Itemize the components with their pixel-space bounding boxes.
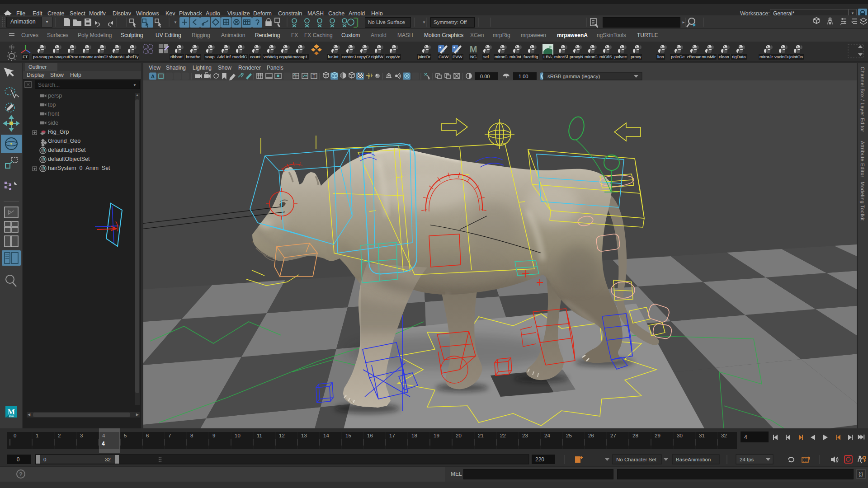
svg-text:AYA: AYA bbox=[9, 415, 14, 418]
svg-text:1.00: 1.00 bbox=[519, 74, 528, 79]
svg-text:4: 4 bbox=[102, 433, 105, 438]
svg-text:11: 11 bbox=[257, 433, 262, 438]
svg-text:3: 3 bbox=[80, 433, 83, 438]
svg-text:6: 6 bbox=[146, 433, 149, 438]
svg-text:sRGB gamma (legacy): sRGB gamma (legacy) bbox=[547, 74, 600, 79]
svg-text:T: T bbox=[312, 74, 315, 79]
svg-text:24: 24 bbox=[544, 433, 550, 438]
svg-text:0.00: 0.00 bbox=[480, 74, 490, 79]
svg-text:32: 32 bbox=[721, 433, 727, 438]
svg-text:21: 21 bbox=[478, 433, 484, 438]
svg-text:{;}: {;} bbox=[859, 472, 863, 477]
svg-text:M: M bbox=[470, 44, 477, 54]
svg-text:25: 25 bbox=[566, 433, 572, 438]
svg-text:30: 30 bbox=[677, 433, 683, 438]
svg-text:15: 15 bbox=[345, 433, 351, 438]
svg-text:18: 18 bbox=[411, 433, 417, 438]
svg-text:22: 22 bbox=[500, 433, 506, 438]
svg-text:BaseAnimation: BaseAnimation bbox=[676, 457, 711, 462]
svg-text:23: 23 bbox=[522, 433, 528, 438]
svg-text:20: 20 bbox=[456, 433, 462, 438]
svg-text:?: ? bbox=[19, 471, 23, 478]
svg-text:220: 220 bbox=[535, 456, 544, 463]
svg-text:19: 19 bbox=[434, 433, 439, 438]
svg-text:17: 17 bbox=[389, 433, 395, 438]
svg-text:9: 9 bbox=[212, 433, 215, 438]
svg-text:2: 2 bbox=[58, 433, 61, 438]
svg-text:0: 0 bbox=[17, 456, 20, 463]
svg-text:4: 4 bbox=[102, 441, 105, 447]
svg-text:31: 31 bbox=[699, 433, 705, 438]
svg-text:0: 0 bbox=[43, 457, 46, 462]
svg-text:12: 12 bbox=[279, 433, 285, 438]
svg-text:29: 29 bbox=[655, 433, 660, 438]
svg-text:32: 32 bbox=[105, 457, 111, 462]
svg-text:24 fps: 24 fps bbox=[740, 457, 754, 462]
svg-text:0: 0 bbox=[14, 433, 16, 438]
svg-text:10: 10 bbox=[235, 433, 241, 438]
svg-text:28: 28 bbox=[632, 433, 638, 438]
svg-text:A: A bbox=[151, 74, 155, 79]
svg-text:4: 4 bbox=[744, 434, 747, 441]
svg-text:14: 14 bbox=[323, 433, 329, 438]
svg-text:1: 1 bbox=[36, 433, 38, 438]
svg-text:27: 27 bbox=[610, 433, 616, 438]
svg-text:7: 7 bbox=[168, 433, 171, 438]
svg-text:13: 13 bbox=[301, 433, 307, 438]
svg-text:No Character Set: No Character Set bbox=[616, 457, 657, 462]
svg-text:26: 26 bbox=[588, 433, 594, 438]
svg-text:16: 16 bbox=[367, 433, 373, 438]
svg-text:5: 5 bbox=[124, 433, 127, 438]
svg-text:8: 8 bbox=[190, 433, 193, 438]
